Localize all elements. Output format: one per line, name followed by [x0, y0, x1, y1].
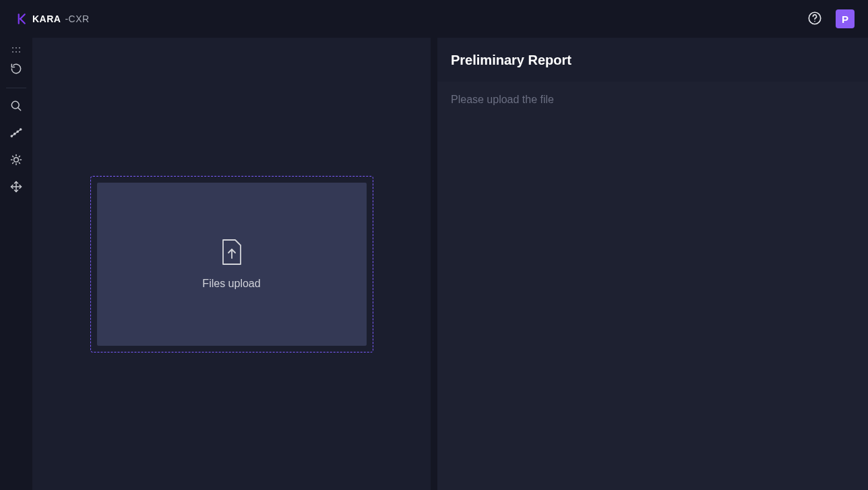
- line-icon: [9, 126, 23, 142]
- logo-text: KARA: [32, 13, 61, 24]
- svg-point-3: [16, 47, 17, 49]
- svg-point-7: [19, 51, 20, 53]
- tool-sidebar: [0, 38, 32, 490]
- app-header: KARA-CXR P: [0, 0, 868, 38]
- help-button[interactable]: [807, 11, 822, 28]
- report-pane: Preliminary Report Please upload the fil…: [437, 38, 868, 490]
- report-body: Please upload the file: [437, 82, 868, 490]
- avatar-initial: P: [842, 13, 848, 25]
- move-icon: [9, 180, 23, 196]
- report-title: Preliminary Report: [451, 53, 855, 68]
- drag-handle-icon: [11, 44, 21, 56]
- svg-point-4: [19, 47, 20, 49]
- svg-point-6: [16, 51, 17, 53]
- tool-divider: [6, 88, 26, 88]
- svg-point-13: [14, 158, 19, 162]
- svg-point-12: [20, 129, 22, 130]
- upload-dropzone-inner[interactable]: Files upload: [97, 183, 367, 346]
- report-placeholder-text: Please upload the file: [451, 94, 855, 106]
- report-header: Preliminary Report: [437, 38, 868, 82]
- logo-suffix: -CXR: [65, 13, 89, 24]
- upload-dropzone[interactable]: Files upload: [90, 176, 373, 353]
- app-logo: KARA-CXR: [16, 13, 90, 25]
- brightness-icon: [9, 153, 23, 169]
- svg-point-9: [11, 135, 12, 137]
- brightness-button[interactable]: [0, 148, 32, 175]
- drag-handle-button[interactable]: [0, 43, 32, 57]
- zoom-button[interactable]: [0, 94, 32, 121]
- logo-mark-icon: [16, 13, 28, 25]
- file-upload-icon: [220, 239, 243, 268]
- svg-point-5: [12, 51, 13, 53]
- workspace: Files upload Preliminary Report Please u…: [0, 38, 868, 490]
- undo-icon: [9, 62, 23, 78]
- svg-point-11: [17, 131, 18, 132]
- line-tool-button[interactable]: [0, 121, 32, 148]
- user-avatar[interactable]: P: [836, 9, 855, 28]
- help-icon: [807, 11, 822, 28]
- image-viewer-pane: Files upload: [32, 38, 431, 490]
- pane-divider[interactable]: [431, 38, 437, 490]
- svg-point-10: [14, 133, 16, 135]
- pan-button[interactable]: [0, 175, 32, 202]
- upload-label: Files upload: [202, 278, 260, 290]
- undo-button[interactable]: [0, 57, 32, 84]
- header-actions: P: [807, 9, 855, 28]
- svg-point-1: [814, 20, 815, 22]
- svg-point-2: [12, 47, 13, 49]
- search-icon: [9, 99, 23, 115]
